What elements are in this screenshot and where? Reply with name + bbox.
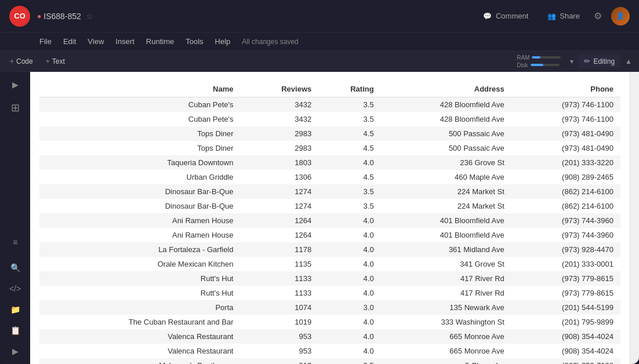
sidebar-list-icon[interactable]: ≡ (7, 234, 23, 250)
menu-view[interactable]: View (83, 35, 108, 48)
table-cell: 3.5 (318, 184, 380, 199)
table-cell: 4.0 (318, 228, 380, 242)
table-row: Ani Ramen House12644.0401 Bloomfield Ave… (39, 213, 620, 228)
titlebar-actions: 💬 Comment 👥 Share ⚙ 👤 (478, 7, 630, 26)
sidebar-search-icon[interactable]: 🔍 (7, 260, 23, 276)
col-header-name: Name (39, 81, 245, 97)
settings-icon[interactable]: ⚙ (594, 10, 602, 21)
left-sidebar: ▶ ⊞ ≡ 🔍 </> 📁 📋 ▶ (0, 72, 30, 364)
table-cell: 1133 (245, 286, 318, 300)
table-cell: 4.0 (318, 213, 380, 228)
table-cell: Dinosaur Bar-B-Que (39, 184, 245, 199)
data-table: Name Reviews Rating Address Phone Cuban … (39, 81, 620, 364)
pencil-icon: ✏ (584, 57, 590, 65)
table-cell: (201) 333-0001 (511, 257, 620, 271)
main-window: CO ● IS688-852 ☆ 💬 Comment 👥 Share ⚙ 👤 F… (0, 0, 639, 364)
table-cell: (973) 481-0490 (511, 141, 620, 155)
table-cell: Taqueria Downtown (39, 155, 245, 170)
table-row: Valenca Restaurant9534.0665 Monroe Ave(9… (39, 329, 620, 344)
table-cell: 953 (245, 344, 318, 358)
add-code-button[interactable]: + Code (5, 55, 38, 68)
editing-button[interactable]: ✏ Editing (578, 54, 620, 68)
table-row: The Cuban Restaurant and Bar10194.0333 W… (39, 315, 620, 329)
table-container[interactable]: Name Reviews Rating Address Phone Cuban … (30, 72, 630, 364)
table-row: Rutt's Hut11334.0417 River Rd(973) 779-8… (39, 271, 620, 286)
table-cell: 428 Bloomfield Ave (381, 112, 511, 126)
col-header-reviews: Reviews (245, 81, 318, 97)
table-cell: 953 (245, 329, 318, 344)
avatar[interactable]: 👤 (611, 7, 630, 26)
table-cell: Tops Diner (39, 141, 245, 155)
table-cell: 460 Maple Ave (381, 170, 511, 184)
table-cell: (201) 795-9899 (511, 315, 620, 329)
share-icon: 👥 (547, 12, 556, 21)
table-cell: 3.5 (318, 199, 380, 213)
table-cell: 4.0 (318, 315, 380, 329)
table-cell: 224 Market St (381, 199, 511, 213)
table-cell: 1264 (245, 213, 318, 228)
table-row: Porta10743.0135 Newark Ave(201) 544-5199 (39, 300, 620, 315)
table-cell: 4.0 (318, 257, 380, 271)
scrollbar-panel[interactable] (630, 72, 639, 364)
table-row: McLoone's Boathouse9132.59 Cherry Ln(862… (39, 358, 620, 364)
menu-edit[interactable]: Edit (59, 35, 81, 48)
table-cell: 1074 (245, 300, 318, 315)
table-cell: 1135 (245, 257, 318, 271)
table-cell: 9 Cherry Ln (381, 358, 511, 364)
share-button[interactable]: 👥 Share (542, 9, 584, 23)
comment-button[interactable]: 💬 Comment (478, 9, 533, 23)
expand-resources-icon[interactable]: ▾ (570, 57, 573, 65)
add-text-button[interactable]: + Text (41, 55, 70, 68)
col-header-rating: Rating (318, 81, 380, 97)
col-header-phone: Phone (511, 81, 620, 97)
star-icon[interactable]: ☆ (86, 12, 93, 21)
table-cell: (973) 779-8615 (511, 271, 620, 286)
table-cell: Valenca Restaurant (39, 344, 245, 358)
table-cell: 1306 (245, 170, 318, 184)
menu-runtime[interactable]: Runtime (141, 35, 179, 48)
table-cell: 4.5 (318, 126, 380, 141)
table-cell: 417 River Rd (381, 271, 511, 286)
table-cell: 401 Bloomfield Ave (381, 228, 511, 242)
plus-icon: + (10, 57, 14, 65)
table-cell: 4.0 (318, 344, 380, 358)
table-cell: 428 Bloomfield Ave (381, 97, 511, 112)
table-cell: 4.0 (318, 242, 380, 257)
table-cell: 665 Monroe Ave (381, 329, 511, 344)
table-cell: 1274 (245, 199, 318, 213)
table-cell: 1274 (245, 184, 318, 199)
table-cell: Urban Griddle (39, 170, 245, 184)
table-cell: 913 (245, 358, 318, 364)
table-cell: Rutt's Hut (39, 271, 245, 286)
run-cell-button[interactable]: ▶ (7, 77, 23, 93)
table-row: Orale Mexican Kitchen11354.0341 Grove St… (39, 257, 620, 271)
table-cell: (973) 746-1100 (511, 97, 620, 112)
table-cell: 2983 (245, 126, 318, 141)
sidebar-play-icon[interactable]: ▶ (7, 343, 23, 359)
ram-disk-indicator: RAM Disk (517, 54, 561, 68)
sidebar-code-icon[interactable]: </> (7, 281, 23, 297)
menu-file[interactable]: File (35, 35, 56, 48)
table-row: La Fortaleza - Garfield11784.0361 Midlan… (39, 242, 620, 257)
table-row: Taqueria Downtown18034.0236 Grove St(201… (39, 155, 620, 170)
toolbar: + Code + Text RAM Disk ▾ ✏ Ed (0, 51, 639, 72)
table-cell: Cuban Pete's (39, 97, 245, 112)
sidebar-table-icon[interactable]: 📋 (7, 322, 23, 338)
table-cell: 1133 (245, 271, 318, 286)
menubar: File Edit View Insert Runtime Tools Help… (0, 32, 639, 51)
menu-help[interactable]: Help (210, 35, 235, 48)
sidebar-files-icon[interactable]: 📁 (7, 301, 23, 318)
file-name[interactable]: IS688-852 (43, 12, 81, 21)
titlebar: CO ● IS688-852 ☆ 💬 Comment 👥 Share ⚙ 👤 (0, 0, 639, 32)
table-cell: (862) 214-6100 (511, 184, 620, 199)
table-row: Rutt's Hut11334.0417 River Rd(973) 779-8… (39, 286, 620, 300)
menu-insert[interactable]: Insert (111, 35, 139, 48)
table-row: Cuban Pete's34323.5428 Bloomfield Ave(97… (39, 112, 620, 126)
table-cell: Orale Mexican Kitchen (39, 257, 245, 271)
menu-tools[interactable]: Tools (181, 35, 208, 48)
chevron-up-button[interactable]: ▲ (623, 55, 634, 68)
table-cell: Dinosaur Bar-B-Que (39, 199, 245, 213)
main-area: ▶ ⊞ ≡ 🔍 </> 📁 📋 ▶ Name Reviews Rating (0, 72, 639, 364)
add-cell-below-button[interactable]: ⊞ (7, 100, 23, 116)
table-cell: (201) 544-5199 (511, 300, 620, 315)
